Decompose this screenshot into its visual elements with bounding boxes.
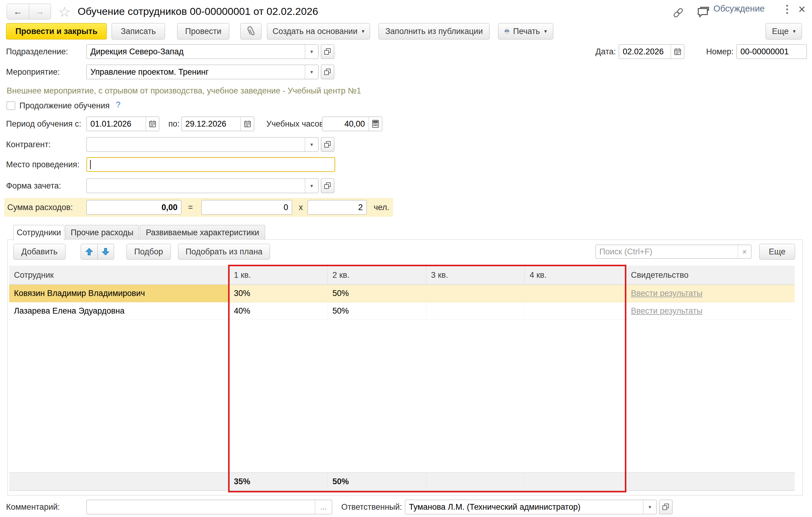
add-row-label: Добавить	[21, 247, 57, 256]
contractor-field[interactable]	[86, 137, 318, 152]
continue-training-checkbox[interactable]	[7, 101, 15, 110]
q2-cell[interactable]: 50%	[327, 302, 426, 320]
employee-cell[interactable]: Ковязин Владимир Владимирович	[9, 285, 229, 302]
tab-other-expenses[interactable]: Прочие расходы	[65, 225, 139, 240]
forward-button[interactable]: →	[29, 4, 51, 20]
period-from-field[interactable]	[86, 116, 159, 131]
comment-more-button[interactable]: ...	[315, 500, 332, 514]
event-field[interactable]	[86, 65, 318, 79]
period-to-field[interactable]	[181, 116, 254, 131]
discussion-label[interactable]: Обсуждение	[714, 2, 765, 15]
search-input[interactable]	[596, 245, 738, 258]
search-field[interactable]: ×	[596, 245, 751, 258]
pick-from-plan-button[interactable]: Подобрать из плана	[178, 244, 270, 260]
number-field[interactable]	[736, 44, 807, 59]
column-header-q1[interactable]: 1 кв.	[229, 266, 327, 285]
q3-cell[interactable]	[426, 285, 525, 302]
date-input[interactable]	[619, 45, 671, 59]
q2-cell[interactable]: 50%	[327, 285, 426, 302]
table-empty-area	[9, 320, 795, 472]
chevron-down-icon[interactable]	[305, 179, 318, 193]
responsible-open-button[interactable]	[659, 500, 672, 514]
calculator-icon[interactable]	[369, 117, 382, 131]
people-count-field[interactable]	[308, 200, 367, 215]
favorite-star-icon[interactable]: ☆	[58, 4, 71, 20]
enter-results-link[interactable]: Ввести результаты	[631, 289, 702, 298]
chevron-down-icon[interactable]	[305, 45, 318, 59]
column-header-q4[interactable]: 4 кв.	[525, 266, 626, 285]
credit-form-input[interactable]	[87, 179, 305, 193]
more-actions-button[interactable]: Еще	[765, 23, 802, 39]
enter-results-link[interactable]: Ввести результаты	[631, 306, 702, 316]
calendar-icon[interactable]	[146, 117, 159, 131]
number-input[interactable]	[737, 45, 807, 59]
table-more-button[interactable]: Еще	[759, 244, 795, 260]
chevron-down-icon[interactable]	[305, 138, 318, 152]
save-button[interactable]: Записать	[112, 23, 165, 39]
department-input[interactable]	[87, 45, 305, 59]
close-icon[interactable]: ×	[799, 2, 805, 16]
responsible-input[interactable]	[405, 500, 643, 514]
expenses-per-person-input[interactable]	[202, 200, 292, 214]
tab-developed-characteristics[interactable]: Развиваемые характеристики	[140, 225, 265, 240]
calendar-icon[interactable]	[671, 45, 684, 59]
attachments-button[interactable]	[240, 23, 261, 39]
credit-form-field[interactable]	[86, 179, 318, 193]
hours-field[interactable]	[322, 116, 382, 131]
q1-cell[interactable]: 40%	[229, 302, 327, 320]
q1-cell[interactable]: 30%	[229, 285, 327, 302]
move-down-button[interactable]	[98, 244, 114, 260]
date-field[interactable]	[619, 44, 684, 59]
expenses-per-person-field[interactable]	[201, 200, 292, 215]
contractor-input[interactable]	[87, 138, 305, 152]
add-row-button[interactable]: Добавить	[13, 244, 65, 260]
period-to-input[interactable]	[182, 117, 240, 131]
department-open-button[interactable]	[321, 44, 334, 59]
discussion-icon[interactable]	[695, 6, 710, 19]
more-menu-icon[interactable]	[786, 5, 788, 14]
responsible-label: Ответственный:	[341, 500, 402, 514]
event-input[interactable]	[87, 65, 305, 79]
arrow-down-icon	[102, 247, 110, 256]
expenses-total-input[interactable]	[87, 200, 181, 214]
pick-button[interactable]: Подбор	[126, 244, 171, 260]
period-from-input[interactable]	[87, 117, 146, 131]
department-field[interactable]	[86, 44, 318, 59]
back-button[interactable]: ←	[7, 4, 29, 20]
tab-employees[interactable]: Сотрудники	[13, 225, 64, 240]
column-header-q2[interactable]: 2 кв.	[327, 266, 426, 285]
column-header-q3[interactable]: 3 кв.	[426, 266, 525, 285]
table-row[interactable]: Лазарева Елена Эдуардовна 40% 50% Ввести…	[9, 302, 795, 320]
paperclip-icon	[246, 26, 256, 37]
employee-cell[interactable]: Лазарева Елена Эдуардовна	[9, 302, 229, 320]
q3-cell[interactable]	[426, 302, 525, 320]
column-header-employee[interactable]: Сотрудник	[9, 266, 229, 285]
table-row[interactable]: Ковязин Владимир Владимирович 30% 50% Вв…	[9, 285, 795, 302]
print-button[interactable]: Печать	[498, 23, 553, 39]
column-header-certificate[interactable]: Свидетельство	[626, 266, 795, 285]
calendar-icon[interactable]	[240, 117, 254, 131]
help-link[interactable]: ?	[116, 100, 120, 110]
clear-search-icon[interactable]: ×	[738, 245, 751, 258]
comment-field[interactable]: ...	[86, 500, 332, 514]
responsible-field[interactable]	[405, 500, 657, 514]
event-open-button[interactable]	[321, 65, 334, 79]
people-count-input[interactable]	[308, 200, 367, 214]
create-based-on-button[interactable]: Создать на основании	[267, 23, 370, 39]
venue-field[interactable]	[86, 157, 335, 172]
venue-input[interactable]	[91, 158, 335, 171]
expenses-total-field[interactable]	[86, 200, 181, 215]
credit-form-open-button[interactable]	[321, 179, 334, 193]
q4-cell[interactable]	[525, 285, 626, 302]
q4-cell[interactable]	[525, 302, 626, 320]
move-up-button[interactable]	[81, 244, 98, 260]
post-and-close-button[interactable]: Провести и закрыть	[6, 23, 107, 39]
hours-input[interactable]	[322, 117, 369, 131]
post-button[interactable]: Провести	[177, 23, 229, 39]
chevron-down-icon[interactable]	[643, 500, 657, 514]
comment-input[interactable]	[87, 500, 315, 514]
fill-from-publication-button[interactable]: Заполнить из публикации	[379, 23, 490, 39]
contractor-open-button[interactable]	[321, 137, 334, 152]
chevron-down-icon[interactable]	[305, 65, 318, 79]
copy-link-icon[interactable]	[672, 7, 685, 19]
